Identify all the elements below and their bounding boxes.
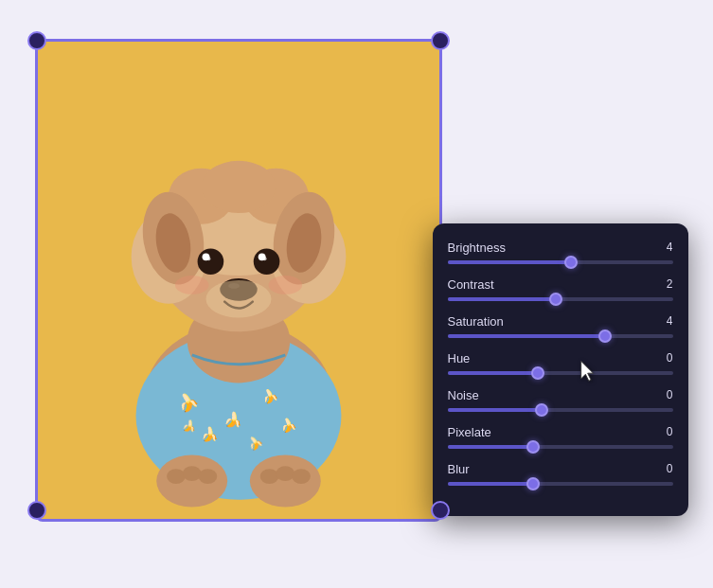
slider-track-contrast[interactable] [448, 297, 673, 301]
slider-value-saturation: 4 [658, 314, 673, 328]
slider-track-brightness[interactable] [448, 260, 673, 264]
slider-thumb-brightness[interactable] [564, 256, 578, 269]
slider-thumb-saturation[interactable] [598, 330, 612, 343]
slider-value-noise: 0 [658, 388, 673, 401]
handle-bottom-right[interactable] [431, 501, 450, 520]
scene: 🍌 🍌 🍌 🍌 🍌 🍌 🍌 [26, 20, 688, 569]
svg-point-31 [268, 276, 301, 294]
slider-track-pixelate[interactable] [448, 445, 673, 449]
dog-image: 🍌 🍌 🍌 🍌 🍌 🍌 🍌 [38, 42, 439, 519]
slider-row-brightness: Brightness 4 [448, 241, 673, 264]
slider-value-contrast: 2 [658, 277, 673, 291]
slider-row-blur: Blur 0 [448, 462, 673, 486]
slider-fill-blur [448, 482, 533, 486]
svg-point-36 [182, 466, 201, 481]
slider-label-row: Brightness 4 [448, 241, 673, 255]
slider-value-blur: 0 [658, 462, 673, 475]
svg-point-40 [292, 469, 311, 484]
slider-thumb-contrast[interactable] [549, 293, 562, 306]
slider-label-blur: Blur [448, 462, 470, 476]
svg-point-22 [197, 248, 223, 275]
slider-thumb-pixelate[interactable] [526, 440, 540, 454]
slider-value-hue: 0 [658, 351, 673, 365]
slider-label-row: Noise 0 [448, 388, 673, 402]
slider-label-row: Blur 0 [448, 462, 673, 476]
slider-label-row: Pixelate 0 [448, 425, 673, 439]
svg-point-35 [167, 469, 186, 484]
slider-row-saturation: Saturation 4 [448, 314, 673, 338]
handle-top-left[interactable] [27, 31, 46, 50]
slider-fill-contrast [448, 297, 556, 301]
slider-track-saturation[interactable] [448, 334, 673, 338]
svg-point-39 [276, 466, 294, 481]
slider-fill-brightness [448, 260, 572, 264]
slider-track-hue[interactable] [448, 371, 673, 375]
slider-label-row: Saturation 4 [448, 314, 673, 329]
svg-point-23 [253, 248, 279, 275]
slider-row-hue: Hue 0 [448, 351, 673, 375]
slider-label-contrast: Contrast [448, 277, 494, 292]
svg-text:🍌: 🍌 [200, 425, 219, 444]
slider-fill-hue [448, 371, 538, 375]
slider-label-row: Hue 0 [448, 351, 673, 365]
image-card: 🍌 🍌 🍌 🍌 🍌 🍌 🍌 [35, 39, 442, 522]
slider-label-row: Contrast 2 [448, 277, 673, 292]
slider-row-noise: Noise 0 [448, 388, 673, 412]
svg-point-38 [259, 469, 278, 484]
slider-value-pixelate: 0 [658, 425, 673, 438]
slider-row-contrast: Contrast 2 [448, 277, 673, 301]
slider-label-noise: Noise [448, 388, 479, 402]
slider-label-brightness: Brightness [448, 241, 506, 255]
svg-point-17 [201, 160, 276, 212]
adjustments-panel: Brightness 4 Contrast 2 Saturation 4 Hue… [433, 223, 688, 516]
slider-fill-pixelate [448, 445, 533, 449]
slider-fill-noise [448, 408, 543, 412]
svg-point-27 [262, 257, 266, 260]
slider-thumb-hue[interactable] [531, 366, 544, 380]
slider-label-saturation: Saturation [448, 314, 504, 329]
handle-top-right[interactable] [431, 31, 450, 50]
svg-point-26 [206, 257, 210, 260]
slider-thumb-blur[interactable] [526, 477, 540, 490]
dog-illustration: 🍌 🍌 🍌 🍌 🍌 🍌 🍌 [38, 42, 439, 519]
slider-fill-saturation [448, 334, 606, 338]
slider-track-blur[interactable] [448, 482, 673, 486]
svg-point-30 [174, 276, 207, 294]
slider-row-pixelate: Pixelate 0 [448, 425, 673, 449]
sliders-container: Brightness 4 Contrast 2 Saturation 4 Hue… [448, 241, 673, 486]
svg-point-32 [205, 280, 271, 317]
slider-label-pixelate: Pixelate [448, 425, 491, 439]
svg-point-37 [198, 469, 217, 484]
slider-label-hue: Hue [448, 351, 471, 365]
handle-bottom-left[interactable] [27, 501, 46, 520]
slider-thumb-noise[interactable] [535, 403, 548, 417]
slider-track-noise[interactable] [448, 408, 673, 412]
slider-value-brightness: 4 [658, 241, 673, 254]
